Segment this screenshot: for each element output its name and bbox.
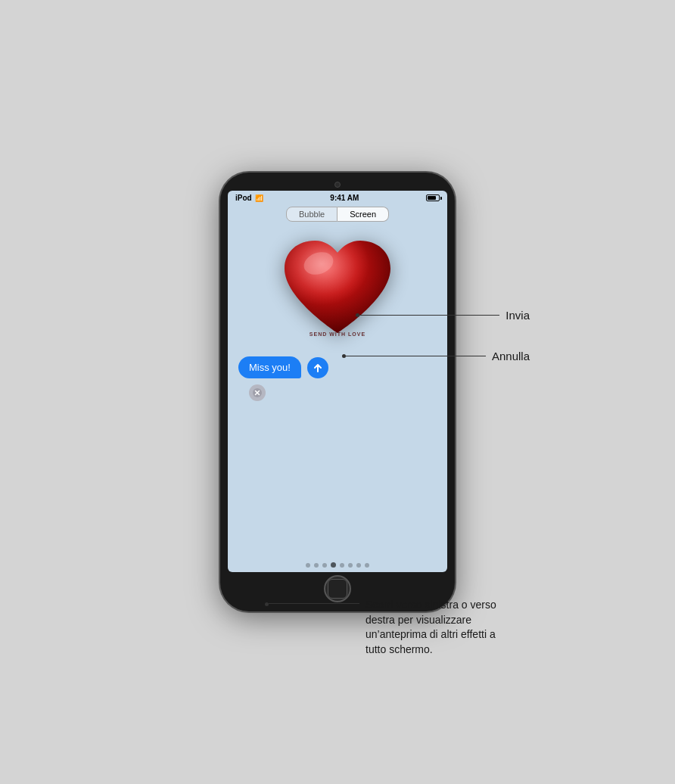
home-button-inner (328, 579, 347, 599)
ipod-device: iPod 📶 9:41 AM Bubble Screen (220, 173, 455, 611)
cancel-row (228, 383, 447, 403)
cancel-x-icon (253, 388, 262, 397)
status-right (426, 194, 440, 201)
dot-1 (306, 563, 310, 568)
send-with-love-label: SEND WITH LOVE (310, 331, 365, 337)
battery-icon (426, 194, 440, 201)
message-bubble: Miss you! (238, 356, 301, 378)
send-button[interactable] (307, 357, 328, 378)
send-annotation-label: Invia (505, 309, 530, 322)
dot-5 (340, 563, 344, 568)
page-dots (228, 555, 447, 572)
tab-bar: Bubble Screen (228, 204, 447, 225)
page-wrapper: iPod 📶 9:41 AM Bubble Screen (0, 0, 675, 784)
wifi-icon: 📶 (255, 194, 263, 202)
home-button[interactable] (324, 575, 351, 602)
device-name-label: iPod (235, 194, 252, 202)
heart-container: SEND WITH LOVE (273, 231, 402, 352)
dot-7 (356, 563, 361, 568)
status-bar: iPod 📶 9:41 AM (228, 191, 447, 204)
dot-6 (348, 563, 353, 568)
dot-8 (365, 563, 369, 568)
cancel-annotation-label: Annulla (492, 350, 530, 362)
dot-2 (314, 563, 319, 568)
time-label: 9:41 AM (330, 194, 359, 202)
tab-screen[interactable]: Screen (338, 207, 389, 222)
dot-4-active (331, 562, 336, 568)
status-left: iPod 📶 (235, 194, 263, 202)
send-arrow-icon (313, 362, 323, 373)
cancel-button[interactable] (249, 384, 266, 401)
message-row: Miss you! (228, 352, 447, 383)
battery-fill (428, 196, 436, 200)
device-screen: iPod 📶 9:41 AM Bubble Screen (228, 191, 447, 572)
content-area: SEND WITH LOVE Miss you! (228, 225, 447, 555)
front-camera (334, 182, 341, 188)
tab-bubble[interactable]: Bubble (286, 207, 338, 222)
dot-3 (322, 563, 327, 568)
